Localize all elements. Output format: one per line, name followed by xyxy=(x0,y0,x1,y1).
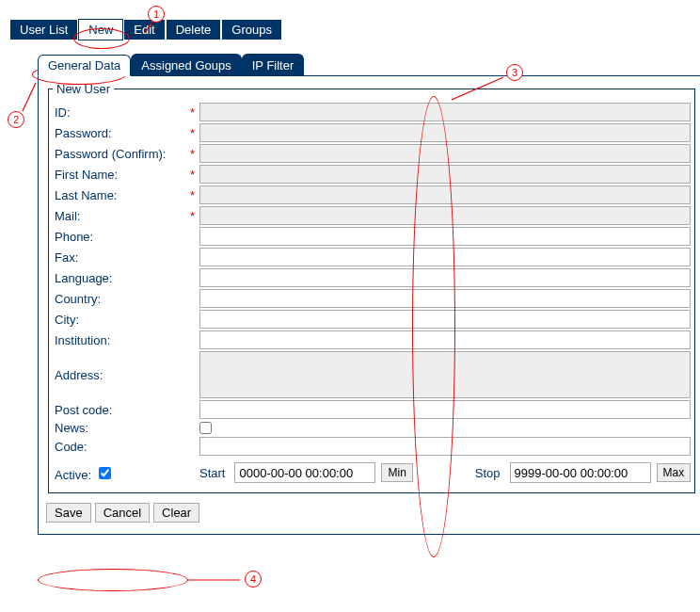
city-input[interactable] xyxy=(199,310,691,329)
edit-button[interactable]: Edit xyxy=(123,19,165,40)
password-label: Password: xyxy=(53,126,190,140)
phone-input[interactable] xyxy=(199,227,691,246)
post-code-input[interactable] xyxy=(199,400,691,419)
last-name-input[interactable] xyxy=(199,185,691,204)
tab-bar: General Data Assigned Goups IP Filter xyxy=(38,54,691,75)
required-icon: * xyxy=(190,168,199,182)
first-name-input[interactable] xyxy=(199,165,691,184)
user-list-button[interactable]: User List xyxy=(9,19,78,40)
password-input[interactable] xyxy=(199,123,691,142)
id-label: ID: xyxy=(53,105,190,120)
address-label: Address: xyxy=(53,368,190,382)
tab-assigned-groups[interactable]: Assigned Goups xyxy=(131,54,241,75)
city-label: City: xyxy=(53,313,190,327)
max-button[interactable]: Max xyxy=(657,463,692,482)
new-user-fieldset: New User ID:* Password:* Password (Confi… xyxy=(48,82,695,493)
start-input[interactable] xyxy=(234,462,375,483)
required-icon: * xyxy=(190,188,199,202)
stop-input[interactable] xyxy=(510,462,651,483)
code-label: Code: xyxy=(53,440,190,454)
post-code-label: Post code: xyxy=(53,403,190,417)
id-input[interactable] xyxy=(199,103,691,121)
annotation-2-line xyxy=(17,83,40,117)
fieldset-legend: New User xyxy=(53,82,114,96)
annotation-2: 2 xyxy=(8,111,24,128)
new-button[interactable]: New xyxy=(78,19,123,40)
active-label: Active: xyxy=(53,464,190,482)
start-label: Start xyxy=(199,466,225,480)
password-confirm-label: Password (Confirm): xyxy=(53,147,190,161)
institution-input[interactable] xyxy=(199,330,691,349)
mail-label: Mail: xyxy=(53,209,190,223)
fax-label: Fax: xyxy=(53,250,190,265)
min-button[interactable]: Min xyxy=(381,463,412,482)
delete-button[interactable]: Delete xyxy=(166,19,222,40)
required-icon: * xyxy=(190,105,199,120)
institution-label: Institution: xyxy=(53,333,190,347)
cancel-button[interactable]: Cancel xyxy=(95,503,150,523)
required-icon: * xyxy=(190,209,199,223)
mail-input[interactable] xyxy=(199,206,691,225)
phone-label: Phone: xyxy=(53,230,190,244)
tab-general-data[interactable]: General Data xyxy=(38,55,131,76)
country-label: Country: xyxy=(53,292,190,306)
first-name-label: First Name: xyxy=(53,168,190,182)
required-icon: * xyxy=(190,126,199,140)
clear-button[interactable]: Clear xyxy=(153,503,199,523)
code-input[interactable] xyxy=(199,437,691,456)
fax-input[interactable] xyxy=(199,248,691,266)
password-confirm-input[interactable] xyxy=(199,144,691,163)
main-toolbar: User List New Edit Delete Groups xyxy=(9,19,691,40)
tab-ip-filter[interactable]: IP Filter xyxy=(242,54,305,75)
news-checkbox[interactable] xyxy=(199,422,212,434)
groups-button[interactable]: Groups xyxy=(221,19,282,40)
active-checkbox[interactable] xyxy=(99,467,111,479)
form-panel: New User ID:* Password:* Password (Confi… xyxy=(38,75,700,535)
action-bar: Save Cancel Clear xyxy=(46,503,697,523)
required-icon: * xyxy=(190,147,199,161)
last-name-label: Last Name: xyxy=(53,188,190,202)
address-input[interactable] xyxy=(199,351,691,398)
save-button[interactable]: Save xyxy=(46,503,91,523)
stop-label: Stop xyxy=(475,466,501,480)
country-input[interactable] xyxy=(199,289,691,308)
news-label: News: xyxy=(53,421,190,435)
svg-line-1 xyxy=(23,83,36,111)
language-label: Language: xyxy=(53,271,190,285)
language-input[interactable] xyxy=(199,268,691,287)
